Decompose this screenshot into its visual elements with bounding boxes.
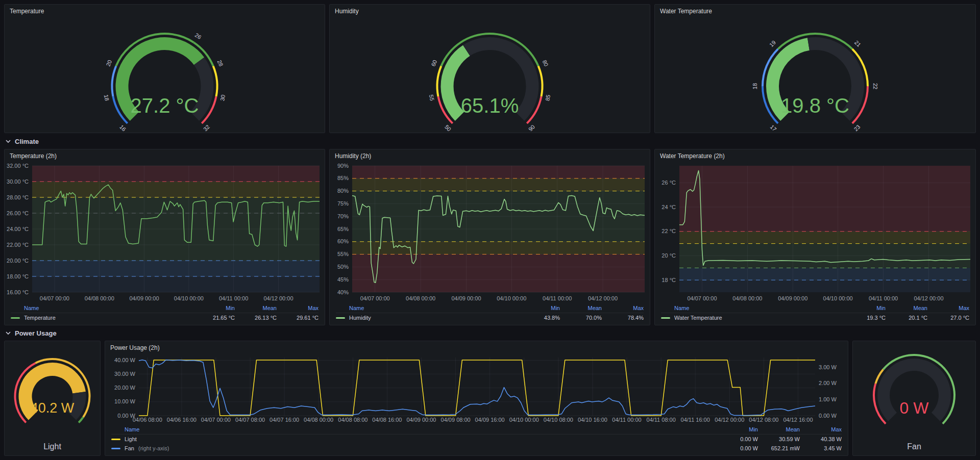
svg-text:50: 50 [444,123,452,132]
panel-title[interactable]: Power Usage (2h) [105,341,848,354]
svg-text:60: 60 [430,59,438,67]
panel-water-ts: Water Temperature (2h) 18 °C20 °C22 °C24… [654,149,976,325]
legend-row: Water Temperature19.3 °C20.1 °C27.0 °C [661,313,969,322]
panel-title[interactable]: Temperature (2h) [5,149,325,163]
legend-col-mean[interactable]: Mean [886,305,927,311]
power-usage-chart: 0.00 W10.00 W20.00 W30.00 W40.00 W0.00 W… [105,354,848,424]
svg-text:04/06 16:00: 04/06 16:00 [167,417,197,423]
svg-text:18 °C: 18 °C [662,277,676,283]
svg-text:04/10 00:00: 04/10 00:00 [823,295,853,301]
legend: NameMinMeanMaxHumidity43.8%70.0%78.4% [330,302,650,324]
legend-col-name[interactable]: Name [11,305,193,311]
svg-text:16: 16 [118,123,127,132]
svg-text:85%: 85% [337,175,349,181]
svg-text:70%: 70% [337,213,349,219]
svg-text:3.00 W: 3.00 W [819,364,837,370]
svg-text:04/09 08:00: 04/09 08:00 [441,417,471,423]
svg-text:32: 32 [202,123,211,132]
panel-temperature-ts: Temperature (2h) 16.00 °C18.00 °C20.00 °… [4,149,325,325]
series-color-swatch [111,448,120,449]
legend-col-mean[interactable]: Mean [235,305,277,311]
section-climate[interactable]: Climate [5,136,39,147]
legend-col-mean[interactable]: Mean [758,426,800,432]
legend-col-min[interactable]: Min [716,426,758,432]
legend-value: 29.61 °C [277,315,318,321]
legend-col-min[interactable]: Min [518,305,560,311]
svg-text:45%: 45% [337,276,349,283]
series-color-swatch [111,439,120,440]
legend-value: 43.8% [518,315,560,321]
svg-text:04/08 00:00: 04/08 00:00 [304,417,333,423]
legend-header: NameMinMeanMax [661,303,969,313]
svg-text:04/08 16:00: 04/08 16:00 [372,417,402,423]
svg-text:04/12 16:00: 04/12 16:00 [783,417,813,423]
legend-header: NameMinMeanMax [111,425,842,435]
legend-col-max[interactable]: Max [277,305,318,311]
svg-text:28.00 °C: 28.00 °C [7,194,29,200]
svg-text:04/08 00:00: 04/08 00:00 [406,295,435,301]
svg-text:04/07 08:00: 04/07 08:00 [235,417,265,423]
svg-text:18: 18 [752,83,758,89]
svg-text:20.00 W: 20.00 W [114,385,136,391]
legend: NameMinMeanMaxWater Temperature19.3 °C20… [655,302,975,324]
series-name[interactable]: Light [125,436,137,442]
svg-text:04/11 00:00: 04/11 00:00 [869,295,898,301]
panel-title[interactable]: Temperature [5,5,325,18]
series-name[interactable]: Fan [125,445,134,451]
legend-col-mean[interactable]: Mean [560,305,602,311]
legend-col-max[interactable]: Max [602,305,644,311]
legend-col-max[interactable]: Max [800,426,842,432]
svg-text:18.00 °C: 18.00 °C [7,273,29,279]
legend-value: 40.38 W [800,436,842,442]
legend-value: 70.0% [560,315,602,321]
svg-text:20: 20 [105,59,113,67]
svg-text:04/07 00:00: 04/07 00:00 [40,295,69,301]
legend-value: 20.1 °C [886,315,927,321]
legend: NameMinMeanMaxTemperature21.65 °C26.13 °… [5,302,325,324]
section-power-usage[interactable]: Power Usage [5,327,57,339]
svg-text:04/11 00:00: 04/11 00:00 [612,417,641,423]
legend-value: 27.0 °C [927,315,969,321]
legend-col-min[interactable]: Min [193,305,235,311]
svg-text:04/08 08:00: 04/08 08:00 [338,417,368,423]
svg-text:16.00 °C: 16.00 °C [7,289,29,295]
svg-text:24.00 °C: 24.00 °C [7,226,29,232]
light-gauge: 40.2 W [5,341,100,438]
legend-col-name[interactable]: Name [111,426,716,432]
series-name[interactable]: Water Temperature [674,315,722,321]
svg-text:85: 85 [544,94,551,101]
panel-fan-gauge: 0 W Fan [852,341,976,456]
legend-row: Humidity43.8%70.0%78.4% [336,313,644,322]
panel-title[interactable]: Humidity [330,5,650,18]
svg-text:26.00 °C: 26.00 °C [7,210,29,216]
legend-value: 26.13 °C [235,315,277,321]
svg-text:28: 28 [216,59,225,67]
svg-text:04/11 16:00: 04/11 16:00 [681,417,710,423]
section-label: Climate [15,138,39,145]
legend-col-name[interactable]: Name [336,305,518,311]
panel-title[interactable]: Water Temperature [655,5,975,18]
fan-gauge: 0 W [853,341,975,438]
legend-row: Temperature21.65 °C26.13 °C29.61 °C [11,313,318,322]
panel-title[interactable]: Humidity (2h) [330,149,650,163]
svg-text:04/07 00:00: 04/07 00:00 [687,295,717,301]
legend-col-min[interactable]: Min [844,305,886,311]
svg-text:32.00 °C: 32.00 °C [7,163,29,169]
panel-humidity-gauge: Humidity 50556080859065.1% [329,4,650,133]
legend-value: 19.3 °C [844,315,886,321]
svg-text:30.00 W: 30.00 W [114,371,136,377]
svg-text:22 °C: 22 °C [662,228,676,234]
legend-col-name[interactable]: Name [661,305,844,311]
legend-col-max[interactable]: Max [927,305,969,311]
svg-text:75%: 75% [337,200,349,207]
series-name[interactable]: Humidity [349,315,371,321]
svg-text:30: 30 [219,94,226,101]
svg-text:80%: 80% [337,188,349,194]
water-temperature-chart: 18 °C20 °C22 °C24 °C26 °C04/07 00:0004/0… [655,163,975,302]
legend-header: NameMinMeanMax [336,303,644,313]
svg-text:18: 18 [103,94,110,101]
panel-title[interactable]: Water Temperature (2h) [655,149,975,163]
svg-text:40.00 W: 40.00 W [114,357,136,363]
svg-text:04/11 00:00: 04/11 00:00 [543,295,572,301]
series-name[interactable]: Temperature [24,315,56,321]
